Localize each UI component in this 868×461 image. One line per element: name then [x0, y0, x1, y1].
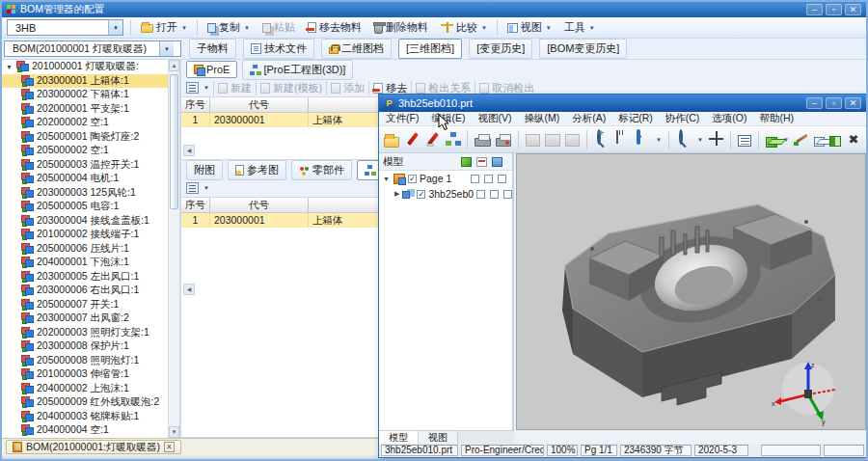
scroll-left-icon[interactable]: ◀ [183, 284, 195, 295]
bom-tab-5[interactable]: [BOM变更历史] [539, 39, 627, 59]
minimize-button[interactable]: – [806, 4, 823, 15]
bom-tab-1[interactable]: 技术文件 [243, 39, 314, 59]
tree-item[interactable]: 203000007 出风窗:2 [2, 312, 168, 326]
close-button[interactable]: ✕ [845, 4, 861, 15]
chevron-down-icon[interactable]: ▼ [656, 137, 662, 143]
menu-item-0[interactable]: 文件(F) [386, 112, 419, 125]
list-icon[interactable] [186, 82, 199, 94]
copy-button[interactable]: 复制 ▼ [204, 19, 253, 36]
menu-item-3[interactable]: 操纵(M) [524, 112, 559, 125]
doc-tab-1[interactable]: [ProE工程图(3D)] [242, 60, 353, 80]
maximize-button[interactable]: ▫ [826, 4, 842, 15]
cad-titlebar[interactable]: P 3hb25eb010.prt – ▫ ✕ [379, 95, 866, 112]
open-button[interactable]: 打开 ▼ [138, 19, 190, 36]
tree-item[interactable]: 203000006 右出风口:1 [2, 284, 168, 298]
tree-scrollbar[interactable]: ▲ ▼ [168, 60, 179, 438]
edit-markup-icon[interactable] [424, 131, 440, 148]
3d-viewport[interactable]: z x y [516, 153, 866, 430]
tree-item[interactable]: 205000007 开关:1 [2, 298, 168, 312]
tree-root[interactable]: ▼201000001 灯暖取暖器: [2, 60, 168, 74]
chevron-down-icon[interactable]: ▼ [697, 137, 703, 143]
tree-item[interactable]: 202000002 空:1 [2, 116, 168, 130]
panel-tab-0[interactable]: 模型 [379, 431, 419, 444]
tree-item[interactable]: 203000004 接线盒盖板:1 [2, 214, 168, 229]
tree-item[interactable]: 205000003 温控开关:1 [2, 158, 168, 173]
tree-item[interactable]: 202000003 照明灯支架:1 [2, 326, 168, 340]
scroll-down-icon[interactable]: ▼ [169, 426, 179, 438]
drawing-tab-2[interactable]: 零部件 [291, 160, 352, 180]
doc-tab-0[interactable]: ProE [186, 61, 237, 78]
chevron-down-icon[interactable]: ▼ [159, 41, 174, 56]
doc-tool-1[interactable]: 新建(模板) [260, 81, 322, 95]
bom-combo[interactable]: BOM(201000001 灯暖取暖器) ▼ [4, 41, 181, 57]
menu-item-2[interactable]: 视图(V) [477, 112, 511, 125]
scroll-thumb[interactable] [170, 74, 178, 209]
tree-item[interactable]: 201000002 接线端子:1 [2, 228, 168, 242]
bom-tab-4[interactable]: [变更历史] [469, 39, 532, 59]
cad-close-button[interactable]: ✕ [845, 97, 861, 109]
tree-item[interactable]: 204000003 铭牌标贴:1 [2, 410, 168, 424]
bom-document-tab[interactable]: BOM(201000001:灯暖取暖器) ✕ [6, 440, 181, 454]
chevron-down-icon[interactable]: ▼ [203, 85, 209, 91]
markup-pen-icon[interactable] [404, 131, 420, 148]
section-icon[interactable] [829, 136, 841, 147]
tree-item[interactable]: 203000003 125风轮:1 [2, 186, 168, 201]
column-checkbox[interactable] [498, 175, 506, 183]
menu-item-8[interactable]: 帮助(H) [760, 112, 795, 125]
column-checkbox[interactable] [484, 175, 493, 183]
remove-material-button[interactable]: 移去物料 [305, 19, 365, 36]
appearance-brush-icon[interactable] [794, 131, 809, 148]
paste-button[interactable]: 粘贴 [259, 19, 298, 36]
cad-minimize-button[interactable]: – [806, 97, 823, 109]
select-column-icon[interactable] [492, 157, 502, 167]
tree-item[interactable]: 203000005 左出风口:1 [2, 270, 168, 285]
column-checkbox[interactable] [471, 175, 479, 183]
menu-item-4[interactable]: 分析(A) [572, 112, 606, 125]
tree-item[interactable]: 205000005 电容:1 [2, 200, 168, 214]
print-options-icon[interactable] [496, 138, 511, 147]
view-menu-button[interactable]: 视图 ▼ [504, 19, 555, 36]
visibility-column-icon[interactable] [461, 157, 472, 167]
tree-item[interactable]: 205000008 照明泡灯:1 [2, 354, 168, 368]
tree-item[interactable]: 201000003 伸缩管:1 [2, 367, 168, 382]
shaded-view-icon[interactable] [766, 137, 777, 148]
chevron-down-icon[interactable]: ▼ [108, 20, 122, 35]
expand-icon[interactable]: ✖ [846, 131, 861, 148]
delete-material-button[interactable]: 删除物料 [371, 19, 431, 36]
tree-item[interactable]: 205000002 空:1 [2, 144, 168, 158]
tree-item[interactable]: 205000009 红外线取暖泡:2 [2, 395, 168, 410]
tree-item[interactable]: 204000001 下泡沫:1 [2, 256, 168, 270]
menu-item-7[interactable]: 选项(O) [712, 112, 746, 125]
tree-item[interactable]: 204000002 上泡沫:1 [2, 382, 168, 396]
bom-tab-3[interactable]: [三维图档] [398, 39, 462, 59]
expand-icon[interactable]: ▼ [5, 64, 14, 70]
tree-item[interactable]: 205000004 电机:1 [2, 172, 168, 186]
model-tree-node[interactable]: ▶3hb25eb0 [379, 186, 512, 202]
drawing-tab-0[interactable]: 附图 [186, 160, 223, 180]
tree-item[interactable]: 204000004 空:1 [2, 423, 168, 438]
panel-tab-1[interactable]: 视图 [419, 431, 458, 444]
tree-item[interactable]: 205000006 压线片:1 [2, 242, 168, 257]
tree-item[interactable]: 203000002 下箱体:1 [2, 88, 168, 102]
close-tab-icon[interactable]: ✕ [164, 442, 175, 452]
expand-icon[interactable]: ▶ [394, 190, 399, 198]
visibility-checkbox[interactable] [408, 175, 417, 183]
workspace-combo[interactable]: 3HB ▼ [7, 19, 123, 36]
visibility-checkbox[interactable] [417, 190, 425, 199]
list-icon[interactable] [186, 182, 199, 194]
column-checkbox[interactable] [503, 190, 512, 199]
scroll-left-icon[interactable]: ◀ [183, 145, 195, 156]
structure-icon[interactable] [445, 131, 460, 148]
doc-tool-2[interactable]: 添加 [331, 81, 365, 95]
tree-item[interactable]: 202000001 平支架:1 [2, 102, 168, 117]
drawing-tab-1[interactable]: 参考图 [228, 160, 286, 180]
tree-item[interactable]: 203000008 保护片:1 [2, 339, 168, 354]
column-checkbox[interactable] [476, 190, 485, 199]
bom-tab-2[interactable]: 二维图档 [321, 39, 392, 59]
cad-maximize-button[interactable]: ▫ [826, 97, 842, 109]
menu-item-6[interactable]: 协作(C) [665, 112, 700, 125]
orbit-icon[interactable] [637, 129, 640, 145]
expand-icon[interactable]: ▼ [383, 176, 391, 182]
tools-menu-button[interactable]: 工具 ▼ [561, 19, 598, 36]
tree-item[interactable]: 205000001 陶瓷灯座:2 [2, 130, 168, 145]
